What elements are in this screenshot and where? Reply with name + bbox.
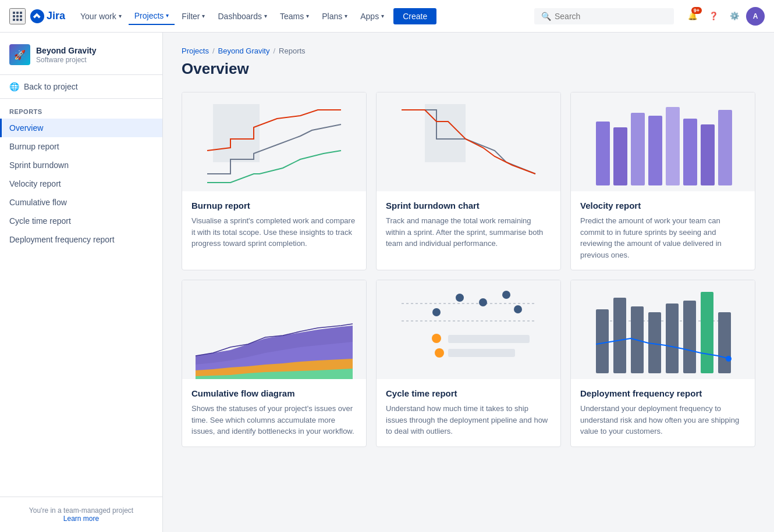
svg-rect-17 [701,124,715,185]
breadcrumb-projects[interactable]: Projects [182,47,209,55]
svg-rect-1 [16,12,19,14]
svg-rect-11 [596,122,610,185]
sidebar-item-deployment[interactable]: Deployment frequency report [0,230,162,249]
back-icon: 🌐 [9,82,19,91]
svg-rect-33 [448,349,515,357]
sprint-burndown-chart [377,92,560,191]
notification-badge: 9+ [691,7,702,14]
jira-logo-text: Jira [47,10,65,22]
svg-rect-16 [683,119,697,185]
notifications-button[interactable]: 🔔 9+ [683,7,702,26]
svg-point-43 [726,356,732,362]
svg-rect-12 [613,127,627,185]
breadcrumb-current: Reports [279,47,306,55]
project-name: Beyond Gravity [36,45,96,56]
grid-menu-icon[interactable] [9,8,26,24]
svg-point-25 [432,308,441,316]
nav-items: Your work▾ Projects▾ Filter▾ Dashboards▾… [74,8,530,25]
svg-rect-32 [448,335,530,343]
sidebar-section-title: Reports [0,99,162,119]
sidebar-project-header: 🚀 Beyond Gravity Software project [0,33,162,75]
burnup-card[interactable]: Burnup report Visualise a sprint's compl… [182,92,367,270]
cycle-time-title: Cycle time report [386,388,551,398]
svg-point-31 [435,348,444,358]
avatar[interactable]: A [746,7,765,26]
cycle-time-card[interactable]: Cycle time report Understand how much ti… [376,280,561,447]
burnup-desc: Visualise a sprint's completed work and … [191,215,357,249]
cumulative-flow-card[interactable]: Cumulative flow diagram Shows the status… [182,280,367,447]
svg-rect-13 [631,113,645,185]
svg-rect-36 [613,298,626,373]
nav-dashboards[interactable]: Dashboards▾ [212,8,273,24]
svg-rect-0 [13,12,15,14]
sidebar-item-velocity[interactable]: Velocity report [0,174,162,193]
main-content: Projects / Beyond Gravity / Reports Over… [163,33,774,532]
svg-rect-5 [20,15,22,17]
back-to-project[interactable]: 🌐 Back to project [0,75,162,99]
velocity-card[interactable]: Velocity report Predict the amount of wo… [570,92,755,270]
app-layout: 🚀 Beyond Gravity Software project 🌐 Back… [0,0,774,532]
search-bar[interactable]: 🔍 [534,8,674,24]
top-navigation: Jira Your work▾ Projects▾ Filter▾ Dashbo… [0,0,774,33]
velocity-chart [571,92,755,191]
sidebar-item-sprint-burndown[interactable]: Sprint burndown [0,156,162,174]
cards-grid: Burnup report Visualise a sprint's compl… [182,92,755,447]
svg-rect-18 [718,110,732,185]
jira-logo[interactable]: Jira [30,9,65,23]
svg-rect-9 [213,104,260,162]
nav-right-icons: 🔔 9+ ❓ ⚙️ A [683,7,765,26]
sprint-burndown-card[interactable]: Sprint burndown chart Track and manage t… [376,92,561,270]
svg-rect-14 [648,116,662,185]
sidebar-item-cumulative[interactable]: Cumulative flow [0,193,162,212]
svg-rect-6 [13,19,15,21]
sidebar-item-overview[interactable]: Overview [0,119,162,137]
svg-rect-2 [20,12,22,14]
cycle-time-desc: Understand how much time it takes to shi… [386,403,551,437]
svg-point-30 [432,334,441,343]
search-input[interactable] [555,12,667,21]
nav-plans[interactable]: Plans▾ [316,8,353,24]
velocity-desc: Predict the amount of work your team can… [580,215,745,260]
deployment-freq-chart [571,280,755,379]
nav-your-work[interactable]: Your work▾ [74,8,127,24]
settings-button[interactable]: ⚙️ [725,7,744,26]
deployment-freq-card[interactable]: Deployment frequency report Understand y… [570,280,755,447]
svg-rect-3 [13,15,15,17]
nav-projects[interactable]: Projects▾ [129,8,175,25]
svg-rect-42 [718,312,731,373]
cycle-time-chart [377,280,560,379]
learn-more-link[interactable]: Learn more [63,515,99,523]
burnup-title: Burnup report [191,201,357,210]
sprint-burndown-title: Sprint burndown chart [386,201,551,210]
cumulative-flow-title: Cumulative flow diagram [191,388,357,398]
svg-rect-8 [20,19,22,21]
nav-teams[interactable]: Teams▾ [274,8,315,24]
svg-rect-40 [683,301,696,373]
nav-filter[interactable]: Filter▾ [176,8,211,24]
burnup-chart [182,92,366,191]
svg-rect-41 [701,292,713,373]
sidebar: 🚀 Beyond Gravity Software project 🌐 Back… [0,33,163,532]
help-button[interactable]: ❓ [704,7,723,26]
cumulative-flow-chart [182,280,366,379]
deployment-freq-desc: Understand your deployment frequency to … [580,403,745,437]
nav-apps[interactable]: Apps▾ [354,8,390,24]
breadcrumb: Projects / Beyond Gravity / Reports [182,47,755,55]
svg-point-29 [514,305,522,313]
svg-rect-15 [666,107,680,185]
deployment-freq-title: Deployment frequency report [580,388,745,398]
velocity-title: Velocity report [580,201,745,210]
sidebar-item-burnup[interactable]: Burnup report [0,137,162,156]
breadcrumb-project[interactable]: Beyond Gravity [218,47,270,55]
cumulative-flow-desc: Shows the statuses of your project's iss… [191,403,357,437]
sidebar-item-cycle-time[interactable]: Cycle time report [0,212,162,230]
svg-point-26 [456,294,464,302]
project-icon: 🚀 [9,44,30,65]
page-title: Overview [182,60,755,78]
svg-rect-4 [16,15,19,17]
search-icon: 🔍 [541,12,551,21]
sprint-burndown-desc: Track and manage the total work remainin… [386,215,551,249]
project-type: Software project [36,56,96,64]
create-button[interactable]: Create [393,8,436,24]
svg-rect-39 [666,304,679,373]
